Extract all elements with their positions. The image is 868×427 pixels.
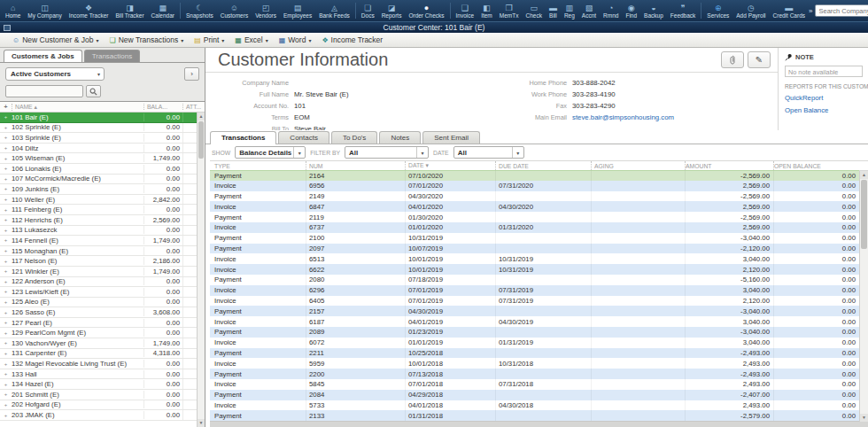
expand-icon[interactable]: + xyxy=(0,392,12,397)
column-header-type[interactable]: TYPE xyxy=(210,161,306,170)
customer-list-item[interactable]: + 106 Lionakis (E) 0.00 xyxy=(0,164,197,175)
expand-icon[interactable]: + xyxy=(0,330,12,336)
transaction-row[interactable]: Invoice 6847 04/01/2020 04/30/2020 2,569… xyxy=(210,201,859,212)
toolbar-overflow-chevron[interactable]: » xyxy=(809,7,812,15)
column-header-due-date[interactable]: DUE DATE xyxy=(495,161,591,170)
expand-icon[interactable]: + xyxy=(0,125,12,130)
toolbar-item-vendors[interactable]: ◰ Vendors xyxy=(252,0,280,21)
expand-icon[interactable]: + xyxy=(0,351,12,356)
customer-list-item[interactable]: + 115 Monaghan (E) 0.00 xyxy=(0,246,197,257)
toolbar-item-income-tracker[interactable]: ❖ Income Tracker xyxy=(66,0,112,21)
customer-list-header[interactable]: + NAME ▴ BALA... ATT... xyxy=(0,102,205,113)
expand-icon[interactable]: + xyxy=(0,382,12,387)
filter-dropdown-show[interactable]: Balance Details▾ xyxy=(235,146,306,159)
scroll-down-icon[interactable]: ▼ xyxy=(198,419,205,427)
customer-list-item[interactable]: + 201 Schmitt (E) 0.00 xyxy=(0,390,197,400)
customer-list-item[interactable]: + 121 Winkler (E) 1,749.00 xyxy=(0,267,197,277)
transaction-row[interactable]: Payment 2100 10/31/2019 -3,040.00 0.00 xyxy=(210,233,859,244)
report-link-open-balance[interactable]: Open Balance xyxy=(785,106,862,114)
tab-contacts[interactable]: Contacts xyxy=(278,131,329,144)
expand-icon[interactable]: + xyxy=(0,371,12,377)
customer-list-item[interactable]: + 103 Sprinkle (E) 0.00 xyxy=(0,133,197,144)
expand-icon[interactable]: + xyxy=(0,268,12,274)
transaction-row[interactable]: Payment 2089 01/23/2019 -3,040.00 0.00 xyxy=(210,327,859,338)
transaction-row[interactable]: Invoice 6187 04/01/2019 04/30/2019 3,040… xyxy=(210,316,859,327)
toolbar-item-home[interactable]: ⌂ Home xyxy=(2,0,24,21)
new-customer-job-button[interactable]: ☺ New Customer & Job ▾ xyxy=(7,35,105,44)
transaction-row[interactable]: Invoice 5845 07/01/2018 07/31/2018 2,493… xyxy=(210,379,859,390)
expand-icon[interactable]: + xyxy=(0,289,12,294)
toolbar-item-order-checks[interactable]: ● Order Checks xyxy=(405,0,447,21)
customer-list-item[interactable]: + 113 Lukasezck 0.00 xyxy=(0,226,197,237)
toolbar-item-check[interactable]: ▭ Check xyxy=(522,0,545,21)
toolbar-item-rmnd[interactable]: ◔ Rmnd xyxy=(600,0,622,21)
customer-list-item[interactable]: + 117 Nelson (E) 2,186.00 xyxy=(0,256,197,267)
customer-list-item[interactable]: + 112 Henrichs (E) 2,569.00 xyxy=(0,215,197,226)
transaction-row[interactable]: Invoice 6513 10/01/2019 10/31/2019 3,040… xyxy=(210,253,859,264)
expand-icon[interactable]: + xyxy=(0,248,12,253)
customer-list-item[interactable]: + 202 Hofgard (E) 0.00 xyxy=(0,400,197,411)
column-header-num[interactable]: NUM xyxy=(306,161,405,170)
customer-list-item[interactable]: + 127 Pearl (E) 0.00 xyxy=(0,318,197,329)
customer-list-item[interactable]: + 130 Vachon/Wyer (E) 1,749.00 xyxy=(0,338,197,349)
customer-list-item[interactable]: + 107 McCormick/Macredie (E) 0.00 xyxy=(0,175,197,185)
expand-icon[interactable]: + xyxy=(0,402,12,408)
customer-list-item[interactable]: + 126 Sasso (E) 3,608.00 xyxy=(0,307,197,318)
expand-icon[interactable]: + xyxy=(0,135,12,140)
transaction-row[interactable]: Invoice 5733 04/01/2018 04/30/2018 2,493… xyxy=(210,400,859,411)
toolbar-item-invoice[interactable]: ❑ Invoice xyxy=(453,0,478,21)
toolbar-item-reg[interactable]: ▥ Reg xyxy=(561,0,578,21)
income-tracker-button[interactable]: ❖ Income Tracker xyxy=(316,35,388,44)
customer-list-item[interactable]: + 131 Carpenter (E) 4,318.00 xyxy=(0,349,197,360)
column-header-open-balance[interactable]: OPEN BALANCE xyxy=(773,161,859,170)
customer-list-item[interactable]: + 104 Diltz 0.00 xyxy=(0,144,197,154)
transaction-row[interactable]: Payment 2119 01/30/2020 -2,569.00 0.00 xyxy=(210,212,859,222)
print-button[interactable]: ▤ Print ▾ xyxy=(189,35,229,44)
customer-list-item[interactable]: + 105 Wiseman (E) 1,749.00 xyxy=(0,153,197,164)
transaction-row[interactable]: Invoice 6737 01/01/2020 01/31/2020 2,569… xyxy=(210,222,859,233)
customer-list-item[interactable]: + 101 Bair (E) 0.00 xyxy=(0,113,197,123)
scroll-up-icon[interactable]: ▲ xyxy=(198,113,205,120)
expand-icon[interactable]: + xyxy=(0,228,12,233)
expand-icon[interactable]: + xyxy=(0,114,12,120)
toolbar-item-calendar[interactable]: ▦ Calendar xyxy=(148,0,178,21)
toolbar-item-employees[interactable]: ▤ Employees xyxy=(280,0,315,21)
expand-icon[interactable]: + xyxy=(0,320,12,325)
transaction-row[interactable]: Payment 2084 04/29/2018 -2,407.00 0.00 xyxy=(210,390,859,400)
transaction-row[interactable]: Payment 2200 07/13/2018 -2,493.00 0.00 xyxy=(210,369,859,379)
expand-column-header[interactable]: + xyxy=(0,104,12,110)
toolbar-item-credit-cards[interactable]: ▬ Credit Cards xyxy=(770,0,809,21)
customer-list-item[interactable]: + 134 Hazel (E) 0.00 xyxy=(0,379,197,390)
expand-icon[interactable]: + xyxy=(0,217,12,222)
transaction-row[interactable]: Payment 2211 10/25/2018 -2,493.00 0.00 xyxy=(210,348,859,359)
attach-column-header[interactable]: ATT... xyxy=(182,104,205,110)
toolbar-item-bill[interactable]: ▬ Bill xyxy=(546,0,561,21)
balance-column-header[interactable]: BALA... xyxy=(143,104,182,110)
transaction-row[interactable]: Payment 2164 07/10/2020 -2,569.00 0.00 xyxy=(210,170,859,181)
expand-icon[interactable]: + xyxy=(0,145,12,151)
customer-list-item[interactable]: + 110 Weller (E) 2,842.00 xyxy=(0,195,197,206)
name-column-header[interactable]: NAME ▴ xyxy=(12,104,143,111)
note-content[interactable]: No note available xyxy=(785,66,863,77)
customer-filter-dropdown[interactable]: Active Customers ▾ xyxy=(5,67,105,81)
column-header-aging[interactable]: AGING xyxy=(591,161,685,170)
toolbar-item-accnt[interactable]: ▧ Accnt xyxy=(578,0,600,21)
transaction-row[interactable]: Payment 2149 04/30/2020 -2,569.00 0.00 xyxy=(210,191,859,202)
scroll-up-icon[interactable]: ▲ xyxy=(860,171,868,179)
sidebar-tab-transactions[interactable]: Transactions xyxy=(84,50,141,62)
filter-dropdown-filter-by[interactable]: All▾ xyxy=(345,146,429,159)
customer-search-input[interactable] xyxy=(5,85,83,97)
toolbar-item-item[interactable]: ◧ Item xyxy=(477,0,496,21)
expand-icon[interactable]: + xyxy=(0,299,12,305)
customer-list-item[interactable]: + 114 Fennell (E) 1,749.00 xyxy=(0,236,197,246)
report-link-quickreport[interactable]: QuickReport xyxy=(785,94,862,102)
customer-list-item[interactable]: + 109 Junkins (E) 0.00 xyxy=(0,184,197,195)
toolbar-item-feedback[interactable]: ❞ Feedback xyxy=(667,0,700,21)
toolbar-item-bill-tracker[interactable]: ◨ Bill Tracker xyxy=(112,0,147,21)
expand-icon[interactable]: + xyxy=(0,361,12,367)
expand-icon[interactable]: + xyxy=(0,166,12,171)
customer-list-item[interactable]: + 133 Hall 0.00 xyxy=(0,369,197,380)
scrollbar-thumb[interactable] xyxy=(861,180,867,249)
expand-icon[interactable]: + xyxy=(0,207,12,213)
transaction-row[interactable]: Payment 2097 10/07/2019 -2,120.00 0.00 xyxy=(210,244,859,254)
